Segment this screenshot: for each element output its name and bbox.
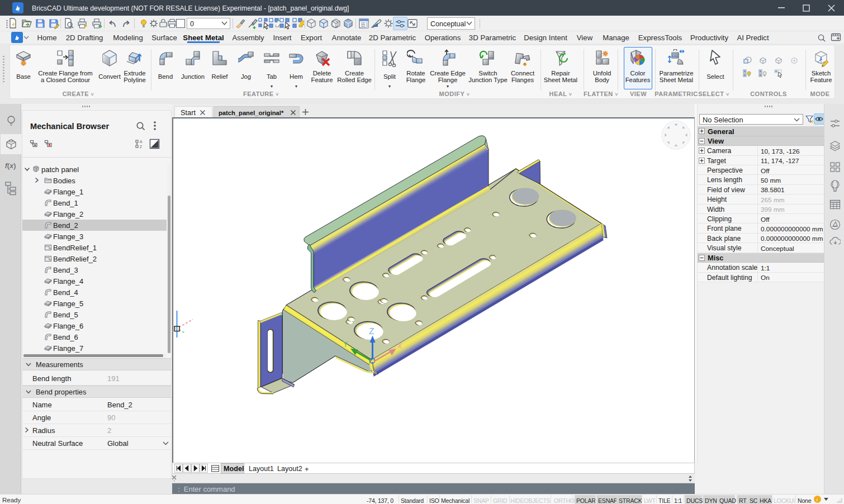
svg-text:X: X (397, 342, 402, 351)
svg-text:Z: Z (369, 327, 374, 337)
svg-text:A: A (140, 140, 143, 144)
svg-text:Y: Y (343, 340, 348, 349)
svg-text:Z: Z (140, 145, 142, 149)
